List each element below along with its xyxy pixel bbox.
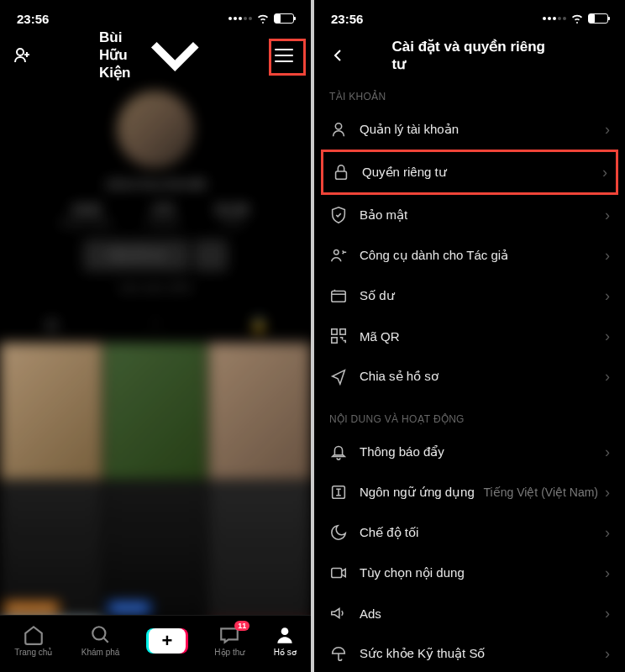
profile-icon <box>274 624 296 646</box>
inbox-badge: 11 <box>234 621 249 631</box>
profile-body-blurred: @bui.huu.kien88 4240Đang Follow 476Follo… <box>0 74 311 672</box>
chevron-right-icon: › <box>605 287 610 305</box>
setting-ads[interactable]: Ads › <box>314 593 625 633</box>
svg-point-5 <box>334 250 339 255</box>
language-value: Tiếng Việt (Việt Nam) <box>484 486 598 499</box>
svg-point-1 <box>92 627 105 639</box>
video-thumbnail[interactable]: phao 2022 <box>104 481 207 618</box>
setting-security[interactable]: Bảo mật › <box>314 195 625 235</box>
video-thumbnail[interactable] <box>104 343 207 480</box>
lock-icon <box>332 163 350 181</box>
svg-rect-9 <box>332 338 337 343</box>
status-time: 23:56 <box>331 12 363 26</box>
back-button[interactable] <box>328 45 348 66</box>
setting-creator-tools[interactable]: Công cụ dành cho Tác giả › <box>314 235 625 276</box>
share-icon <box>329 367 348 386</box>
settings-header: Cài đặt và quyền riêng tư <box>314 37 625 74</box>
bookmark-button[interactable] <box>194 239 228 271</box>
section-account-label: TÀI KHOẢN <box>314 74 625 109</box>
setting-dark-mode[interactable]: Chế độ tối › <box>314 512 625 553</box>
video-icon <box>329 564 348 582</box>
setting-content-preferences[interactable]: Tùy chọn nội dung › <box>314 553 625 593</box>
svg-point-2 <box>281 627 289 635</box>
highlight-menu-overlay <box>269 39 306 76</box>
home-icon <box>23 624 45 646</box>
chevron-right-icon: › <box>602 164 607 181</box>
umbrella-icon <box>329 644 348 663</box>
wifi-icon <box>570 13 584 24</box>
video-thumbnail[interactable] <box>0 343 102 480</box>
video-thumbnail[interactable] <box>208 481 311 618</box>
chevron-right-icon: › <box>605 368 610 386</box>
setting-app-language[interactable]: Ngôn ngữ ứng dụng Tiếng Việt (Việt Nam) … <box>314 472 625 512</box>
avatar[interactable] <box>117 91 194 168</box>
wifi-icon <box>256 13 270 24</box>
nav-profile[interactable]: Hồ sơ <box>274 624 297 657</box>
setting-privacy[interactable]: Quyền riêng tư › <box>323 152 616 192</box>
svg-rect-6 <box>332 291 346 302</box>
chevron-right-icon: › <box>605 605 610 622</box>
video-thumbnail[interactable]: phao nho 2022 <box>0 481 102 618</box>
creator-icon <box>329 246 348 265</box>
chevron-right-icon: › <box>605 121 610 139</box>
language-icon <box>329 483 348 501</box>
bell-icon <box>329 443 348 461</box>
status-icons <box>228 13 294 24</box>
chevron-right-icon: › <box>605 645 610 663</box>
status-icons <box>543 13 608 24</box>
person-icon <box>329 120 348 139</box>
profile-header: Bùi Hữu Kiện <box>0 37 311 74</box>
svg-point-3 <box>335 123 341 129</box>
battery-icon <box>588 13 608 24</box>
shield-icon <box>329 206 348 224</box>
nav-discover[interactable]: Khám phá <box>81 624 120 657</box>
tab-saved[interactable]: 🔒 <box>207 307 311 340</box>
battery-icon <box>274 13 294 24</box>
setting-manage-account[interactable]: Quản lý tài khoản › <box>314 109 625 150</box>
video-thumbnail[interactable] <box>208 343 311 480</box>
edit-profile-button[interactable]: Sửa hồ sơ <box>83 239 190 271</box>
svg-rect-7 <box>332 329 337 334</box>
svg-point-0 <box>17 49 24 55</box>
tab-liked[interactable]: ♡ <box>103 307 207 340</box>
section-content-label: NỘI DUNG VÀ HOẠT ĐỘNG <box>314 396 625 432</box>
tab-videos[interactable]: ▦ <box>0 307 103 340</box>
setting-qr-code[interactable]: Mã QR › <box>314 316 625 356</box>
svg-rect-8 <box>340 329 345 334</box>
search-icon <box>90 624 112 646</box>
chevron-right-icon: › <box>605 484 610 501</box>
nav-home[interactable]: Trang chủ <box>14 624 52 657</box>
settings-title: Cài đặt và quyền riêng tư <box>392 38 548 73</box>
highlight-privacy-overlay: Quyền riêng tư › <box>321 150 618 195</box>
qr-icon <box>329 327 348 345</box>
chevron-right-icon: › <box>605 207 610 224</box>
moon-icon <box>329 523 348 542</box>
bottom-nav: Trang chủ Khám phá Hộp thư 11 Hồ sơ <box>0 615 311 672</box>
ads-icon <box>329 604 348 622</box>
chevron-right-icon: › <box>605 444 610 461</box>
status-bar: 23:56 <box>314 0 625 37</box>
username: @bui.huu.kien88 <box>0 176 311 191</box>
create-icon <box>149 628 186 654</box>
setting-balance[interactable]: Số dư › <box>314 276 625 316</box>
setting-digital-wellbeing[interactable]: Sức khỏe Kỹ thuật Số › <box>314 633 625 672</box>
profile-screen: 23:56 Bùi Hữu Kiện @bui.huu.kien88 4240Đ… <box>0 0 311 672</box>
stats-row: 4240Đang Follow 476Follower 35.8KThích <box>0 202 311 228</box>
chevron-right-icon: › <box>605 328 610 345</box>
chevron-right-icon: › <box>605 564 610 582</box>
chevron-down-icon <box>149 39 202 71</box>
svg-rect-4 <box>336 171 347 179</box>
status-time: 23:56 <box>17 12 49 26</box>
nav-inbox[interactable]: Hộp thư 11 <box>214 624 244 657</box>
setting-share-profile[interactable]: Chia sẻ hồ sơ › <box>314 356 625 396</box>
chevron-right-icon: › <box>605 524 610 542</box>
settings-screen: 23:56 Cài đặt và quyền riêng tư TÀI KHOẢ… <box>314 0 625 672</box>
setting-push-notifications[interactable]: Thông báo đẩy › <box>314 432 625 472</box>
nav-create[interactable] <box>149 628 186 654</box>
svg-rect-11 <box>332 569 342 578</box>
wallet-icon <box>329 286 348 305</box>
chevron-right-icon: › <box>605 247 610 265</box>
add-user-icon[interactable] <box>12 45 32 66</box>
